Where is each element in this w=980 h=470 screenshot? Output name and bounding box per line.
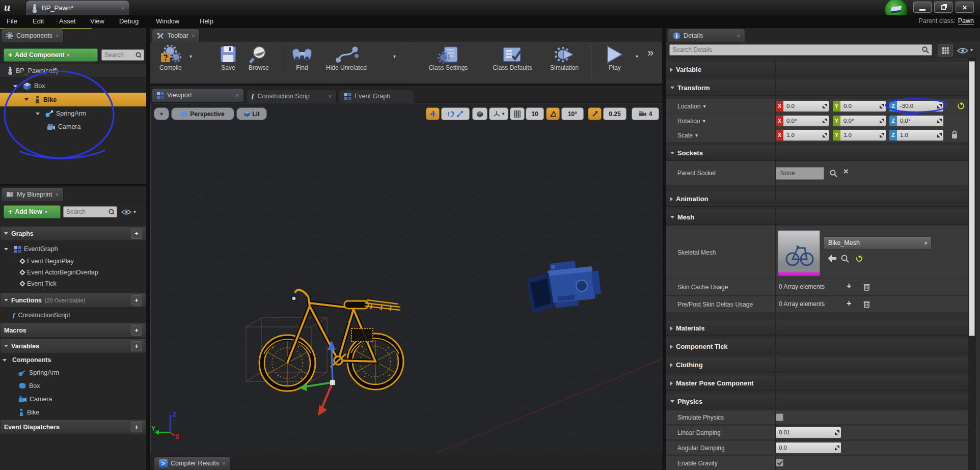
tab-details[interactable]: Details × xyxy=(668,29,745,42)
components-search[interactable] xyxy=(101,49,144,61)
rotation-y-field[interactable]: 0.0° xyxy=(840,116,886,126)
class-defaults-button[interactable]: Class Defaults xyxy=(481,45,544,71)
section-transform[interactable]: Transform xyxy=(666,80,976,96)
expander-icon[interactable] xyxy=(670,216,674,218)
chevron-down-icon[interactable]: ▾ xyxy=(970,47,973,52)
expander-icon[interactable] xyxy=(670,363,673,367)
menu-view[interactable]: View xyxy=(90,17,104,25)
expander-icon[interactable] xyxy=(670,197,673,201)
expander-icon[interactable] xyxy=(670,381,673,385)
menu-debug[interactable]: Debug xyxy=(119,17,139,25)
tab-viewport[interactable]: Viewport × xyxy=(151,88,244,102)
add-function-button[interactable]: + xyxy=(131,295,142,306)
expander-icon[interactable] xyxy=(670,345,673,349)
chevron-down-icon[interactable]: ▾ xyxy=(393,53,396,59)
expander-icon[interactable] xyxy=(24,98,29,101)
restore-button[interactable] xyxy=(934,2,952,13)
menu-window[interactable]: Window xyxy=(156,17,179,25)
value-drag-icon[interactable] xyxy=(880,104,884,108)
details-search[interactable] xyxy=(669,44,932,56)
value-drag-icon[interactable] xyxy=(937,119,942,123)
my-blueprint-search-input[interactable] xyxy=(66,208,108,215)
viewport-options-button[interactable]: ▾ xyxy=(154,107,169,120)
value-drag-icon[interactable] xyxy=(937,104,942,108)
skeletal-mesh-dropdown[interactable]: Bike_Mesh ▾ xyxy=(824,236,932,250)
enable-gravity-checkbox[interactable] xyxy=(776,459,783,466)
scale-snap-button[interactable] xyxy=(588,107,602,120)
display-filter-eye-icon[interactable] xyxy=(957,47,968,54)
expander-icon[interactable] xyxy=(4,299,8,301)
var-item-springarm[interactable]: SpringArm xyxy=(0,366,146,379)
browse-button[interactable]: Browse xyxy=(243,45,274,71)
viewport-3d[interactable]: Z Y X ▾ Perspective Lit ▾ 10 10° 0.25 4 xyxy=(150,103,662,453)
angle-snap-button[interactable] xyxy=(546,107,560,120)
location-label[interactable]: Location▾ xyxy=(677,103,705,110)
my-blueprint-search[interactable] xyxy=(63,206,117,217)
chevron-down-icon[interactable]: ▾ xyxy=(189,53,192,59)
tab-event-graph[interactable]: Event Graph xyxy=(339,89,414,103)
value-drag-icon[interactable] xyxy=(823,119,827,123)
expander-icon[interactable] xyxy=(670,87,674,89)
close-tab-icon[interactable]: × xyxy=(222,460,225,466)
lit-button[interactable]: Lit xyxy=(236,107,267,120)
components-search-input[interactable] xyxy=(104,51,135,59)
var-item-box[interactable]: Box xyxy=(0,379,146,392)
close-tab-icon[interactable]: × xyxy=(55,191,58,198)
expander-icon[interactable] xyxy=(670,326,673,330)
location-z-field[interactable]: -30.0 xyxy=(897,101,943,112)
details-scrollbar-track[interactable] xyxy=(968,58,976,470)
close-button[interactable]: × xyxy=(956,2,974,13)
tree-item-self[interactable]: BP_Pawn(self) xyxy=(0,64,146,77)
section-master-pose[interactable]: Master Pose Component xyxy=(666,376,976,391)
section-event-dispatchers[interactable]: Event Dispatchers + xyxy=(0,420,146,434)
details-search-input[interactable] xyxy=(672,46,922,53)
expander-icon[interactable] xyxy=(36,113,40,115)
add-element-icon[interactable]: + xyxy=(847,299,851,308)
menu-asset[interactable]: Asset xyxy=(59,17,76,25)
linear-damping-field[interactable]: 0.01 xyxy=(776,427,841,438)
tab-construction-script[interactable]: ƒ Construction Scrip × xyxy=(246,89,337,103)
use-selected-arrow-icon[interactable] xyxy=(828,255,836,262)
angular-damping-field[interactable]: 0.0 xyxy=(776,443,841,453)
list-item-eventgraph[interactable]: EventGraph xyxy=(0,243,146,255)
browse-asset-icon[interactable] xyxy=(841,255,849,263)
section-component-tick[interactable]: Component Tick xyxy=(666,339,976,354)
value-drag-icon[interactable] xyxy=(880,133,884,137)
close-tab-icon[interactable]: × xyxy=(236,92,239,98)
value-drag-icon[interactable] xyxy=(835,430,839,435)
trash-icon[interactable] xyxy=(863,283,870,291)
section-macros[interactable]: Macros + xyxy=(0,323,146,338)
expander-icon[interactable] xyxy=(3,359,7,362)
section-clothing[interactable]: Clothing xyxy=(666,357,976,373)
simulation-button[interactable]: Simulation xyxy=(540,45,589,71)
move-tool-button[interactable] xyxy=(426,107,440,120)
add-event-dispatcher-button[interactable]: + xyxy=(131,422,142,432)
list-item-event-beginplay[interactable]: Event BeginPlay xyxy=(0,256,146,267)
value-drag-icon[interactable] xyxy=(823,133,827,137)
rotation-z-field[interactable]: 0.0° xyxy=(897,116,943,126)
section-physics[interactable]: Physics xyxy=(666,394,976,409)
section-functions[interactable]: Functions (20 Overridable) + xyxy=(0,293,146,308)
tree-item-springarm[interactable]: SpringArm xyxy=(0,107,146,120)
add-graph-button[interactable]: + xyxy=(131,229,142,239)
close-tab-icon[interactable]: × xyxy=(329,93,332,99)
add-component-button[interactable]: + Add Component ▾ xyxy=(4,48,98,62)
expander-icon[interactable] xyxy=(4,232,8,235)
list-item-event-tick[interactable]: Event Tick xyxy=(0,278,146,289)
scale-snap-value[interactable]: 0.25 xyxy=(603,107,627,120)
section-variable[interactable]: Variable xyxy=(666,62,976,77)
close-tab-icon[interactable]: × xyxy=(56,33,59,39)
add-variable-button[interactable]: + xyxy=(131,341,142,351)
scale-z-field[interactable]: 1.0 xyxy=(897,130,943,141)
rotate-scale-tools[interactable] xyxy=(441,107,470,120)
hide-unrelated-button[interactable]: Hide Unrelated xyxy=(321,45,372,71)
expander-icon[interactable] xyxy=(4,248,8,251)
expander-icon[interactable] xyxy=(13,85,17,88)
list-item-event-actorbeginoverlap[interactable]: Event ActorBeginOverlap xyxy=(0,267,146,278)
grid-snap-value[interactable]: 10 xyxy=(526,107,544,120)
scale-label[interactable]: Scale▾ xyxy=(677,132,698,139)
tab-toolbar[interactable]: Toolbar × xyxy=(152,29,200,42)
search-socket-icon[interactable] xyxy=(830,170,837,177)
parent-socket-field[interactable]: None xyxy=(776,167,824,180)
section-graphs[interactable]: Graphs + xyxy=(0,226,146,241)
